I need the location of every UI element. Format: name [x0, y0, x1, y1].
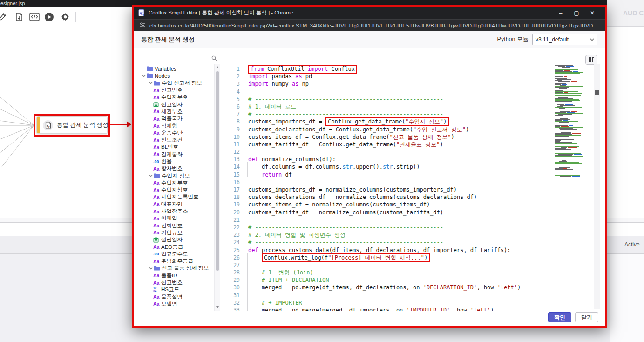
tree-item[interactable]: .00환율 [138, 158, 220, 165]
code-line[interactable]: 3import numpy as np [223, 80, 601, 88]
tree-item[interactable]: 신고일자 [138, 101, 220, 108]
search-icon[interactable] [211, 55, 217, 61]
chevron-down-icon[interactable] [148, 81, 154, 85]
minimap-toggle-button[interactable] [585, 55, 597, 65]
maximize-button[interactable]: ▢ [569, 10, 584, 16]
background-tab-title[interactable]: Designer.jsp [0, 0, 25, 7]
tree-item[interactable]: Variables [138, 65, 220, 72]
tree-scrollbar-thumb[interactable] [216, 71, 219, 271]
code-line[interactable]: 2import pandas as pd [223, 73, 601, 80]
tree-item[interactable]: Aa수입자부호 [138, 94, 220, 101]
tree-item[interactable]: Aa결제통화 [138, 151, 220, 158]
tree-item[interactable]: Aa신고번호 [138, 279, 220, 286]
tree-item[interactable]: Aa물품설명 [138, 294, 220, 301]
url-text[interactable]: cfx.bimatrix.co.kr/AUD/500/confluxScript… [149, 23, 599, 28]
code-view-icon[interactable] [29, 12, 40, 22]
tree-scrollbar[interactable] [214, 64, 220, 311]
tree-item[interactable]: Aa적재항 [138, 122, 220, 129]
code-line[interactable]: 5# -------------------------------------… [223, 96, 601, 103]
tree-item[interactable]: Aa적출국가 [138, 115, 220, 122]
tree-search-input[interactable] [141, 55, 211, 61]
export-script-icon[interactable] [14, 12, 24, 22]
code-line[interactable]: 32 # + IMPORTER [223, 299, 601, 307]
close-button[interactable]: 닫기 [575, 312, 598, 322]
tree-item[interactable]: 신고 물품 상세 정보 [138, 265, 220, 272]
code-line[interactable]: 24# ------------------------------------… [223, 239, 601, 246]
code-line[interactable]: 17customs_importers_df = normalize_colum… [223, 186, 601, 193]
code-line[interactable]: 10customs_items_df = Conflux.get_data_fr… [223, 133, 601, 141]
code-line[interactable]: 15 return df [223, 171, 601, 178]
code-line[interactable]: 25def process_customs_data(df_items, df_… [223, 246, 601, 254]
code-editor[interactable]: 1from ConfluxUtil import Conflux2import … [223, 53, 601, 311]
browser-url-bar[interactable]: cfx.bimatrix.co.kr/AUD/500/confluxScript… [134, 19, 605, 31]
tree-item[interactable]: AaAEO등급 [138, 243, 220, 250]
tree-item[interactable]: Aa모델명 [138, 301, 220, 308]
code-line[interactable]: 28 # 1. 병합 (Join) [223, 269, 601, 276]
window-title-bar[interactable]: Py Conflux Script Editor [ 통합 관세 이상치 탐지 … [134, 7, 605, 19]
code-line[interactable]: 31 [223, 292, 601, 299]
tree-item[interactable]: Aa신고번호 [138, 87, 220, 94]
code-line[interactable]: 20customs_tariffs_df = normalize_columns… [223, 209, 601, 216]
tree-item[interactable]: Aa우범화주등급 [138, 258, 220, 265]
tree-item[interactable]: 수입자 정보 [138, 172, 220, 179]
code-line[interactable]: 12 [223, 148, 601, 156]
scroll-up-icon[interactable] [216, 66, 219, 68]
tree-item[interactable]: 설립일자 [138, 236, 220, 243]
tree-item[interactable]: Aa사업자등록번호 [138, 193, 220, 200]
code-line[interactable]: 19customs_items_df = normalize_columns(c… [223, 201, 601, 208]
run-icon[interactable] [44, 12, 54, 22]
code-line[interactable]: 30 merged = pd.merge(df_items, df_declar… [223, 284, 601, 291]
code-line[interactable]: 21 [223, 216, 601, 224]
edit-icon[interactable] [0, 12, 7, 22]
code-line[interactable]: 29 # ITEM + DECLARATION [223, 276, 601, 284]
active-tab-label[interactable]: Active [624, 241, 640, 248]
code-line[interactable]: 1from ConfluxUtil import Conflux [223, 65, 601, 73]
code-line[interactable]: 6# 1. 데이터 로드 [223, 103, 601, 110]
tree-item[interactable]: Aa대표자명 [138, 201, 220, 208]
code-line[interactable]: 11customs_tariffs_df = Conflux.get_data_… [223, 141, 601, 148]
tree-item[interactable]: Nodes [138, 72, 220, 79]
tree-item[interactable]: Aa기업규모 [138, 229, 220, 236]
confirm-button[interactable]: 확인 [548, 312, 571, 322]
code-line[interactable]: 33 merged = pd.merge(merged, df_importer… [223, 307, 601, 311]
chevron-down-icon[interactable] [148, 267, 154, 270]
code-line[interactable]: 8customs_importers_df = Conflux.get_data… [223, 118, 601, 125]
minimap[interactable] [555, 65, 585, 183]
chevron-down-icon[interactable] [148, 174, 154, 178]
code-line[interactable]: 7# -------------------------------------… [223, 110, 601, 118]
tree-item[interactable]: Aa항차번호 [138, 165, 220, 172]
code-line[interactable]: 18customs_declarations_df = normalize_co… [223, 193, 601, 201]
tree-item[interactable]: Aa사업장주소 [138, 208, 220, 215]
tree-item[interactable]: 1234HS코드 [138, 286, 220, 293]
code-line[interactable]: 4 [223, 88, 601, 96]
close-window-button[interactable]: ✕ [584, 10, 600, 16]
code-line[interactable]: 9customs_declarations_df = Conflux.get_d… [223, 126, 601, 133]
code-line[interactable]: 26 Conflux.write_log(f"[Process] 데이터 병합 … [223, 254, 601, 261]
tree-item[interactable]: Aa수입자상호 [138, 186, 220, 193]
code-line[interactable]: 23# 2. 데이터 병합 및 파생변수 생성 [223, 231, 601, 239]
chevron-down-icon[interactable] [141, 74, 147, 78]
scroll-down-icon[interactable] [216, 306, 219, 308]
code-line[interactable]: 16 [223, 178, 601, 186]
tree-item[interactable]: Aa전화번호 [138, 222, 220, 229]
editor-scrollbar[interactable] [594, 64, 600, 309]
tree-item[interactable]: Aa인도조건 [138, 137, 220, 144]
python-module-select[interactable]: v3.11_default [532, 34, 597, 45]
code-line[interactable]: 14 df.columns = df.columns.str.upper().s… [223, 163, 601, 171]
minimize-button[interactable]: – [553, 10, 569, 16]
code-line[interactable]: 13def normalize_columns(df): [223, 156, 601, 163]
code-line[interactable]: 22# ------------------------------------… [223, 224, 601, 231]
tree-item[interactable]: Aa이메일 [138, 215, 220, 222]
code-line[interactable]: 27 [223, 261, 601, 269]
tree-item[interactable]: 수입 신고서 정보 [138, 80, 220, 87]
tree-item[interactable]: Aa운송수단 [138, 130, 220, 137]
site-settings-icon[interactable] [139, 21, 145, 30]
tree-item[interactable]: .00법규준수도 [138, 251, 220, 258]
tree-item-label: 대표자명 [161, 201, 183, 208]
tree-item[interactable]: AaBL번호 [138, 144, 220, 150]
tree-item[interactable]: Aa수입자부호 [138, 179, 220, 186]
editor-scrollbar-thumb[interactable] [595, 90, 599, 95]
tree-item[interactable]: Aa물품ID [138, 272, 220, 279]
settings-gear-icon[interactable] [60, 12, 70, 22]
tree-item[interactable]: Aa세관부호 [138, 108, 220, 115]
